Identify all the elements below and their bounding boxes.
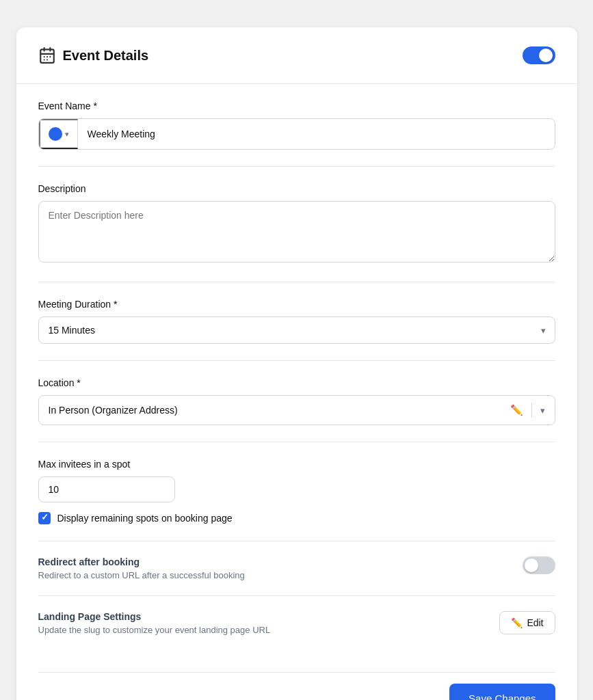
redirect-description: Redirect to a custom URL after a success…: [38, 570, 245, 580]
color-dot: [49, 127, 62, 141]
edit-pencil-icon: ✏️: [511, 617, 523, 628]
location-section: Location * In Person (Organizer Address)…: [38, 360, 555, 442]
landing-page-section: Landing Page Settings Update the slug to…: [38, 595, 555, 650]
meeting-duration-label: Meeting Duration *: [38, 299, 555, 310]
description-label: Description: [38, 183, 555, 194]
max-invitees-section: Max invitees in a spot Display remaining…: [38, 442, 555, 541]
duration-select-wrapper: 15 Minutes 30 Minutes 45 Minutes 60 Minu…: [38, 317, 555, 344]
description-section: Description: [38, 166, 555, 282]
location-row: In Person (Organizer Address) ✏️ ▾: [38, 395, 555, 425]
landing-description: Update the slug to customize your event …: [38, 625, 271, 635]
event-name-input[interactable]: [78, 122, 555, 146]
card-header: Event Details: [38, 46, 555, 64]
display-spots-row: Display remaining spots on booking page: [38, 512, 555, 524]
landing-page-edit-button[interactable]: ✏️ Edit: [499, 611, 555, 634]
page-title: Event Details: [63, 48, 149, 64]
display-spots-label: Display remaining spots on booking page: [57, 513, 233, 524]
location-actions: ✏️ ▾: [510, 403, 545, 417]
event-details-card: Event Details Event Name * ▾: [16, 27, 577, 700]
redirect-header: Redirect after booking Redirect to a cus…: [38, 556, 555, 580]
color-picker-button[interactable]: ▾: [39, 119, 78, 149]
color-chevron-icon: ▾: [65, 130, 69, 139]
location-label: Location *: [38, 377, 555, 388]
form-footer: Save Changes: [38, 672, 555, 700]
edit-button-label: Edit: [527, 617, 543, 628]
location-divider: [531, 403, 532, 417]
display-spots-checkbox[interactable]: [38, 512, 51, 524]
meeting-duration-section: Meeting Duration * 15 Minutes 30 Minutes…: [38, 282, 555, 360]
landing-title: Landing Page Settings: [38, 611, 271, 622]
max-invitees-input[interactable]: [38, 476, 175, 502]
redirect-text: Redirect after booking Redirect to a cus…: [38, 556, 245, 580]
save-changes-button[interactable]: Save Changes: [449, 684, 555, 700]
description-textarea[interactable]: [38, 201, 555, 262]
landing-header: Landing Page Settings Update the slug to…: [38, 611, 555, 635]
redirect-section: Redirect after booking Redirect to a cus…: [38, 541, 555, 595]
duration-select[interactable]: 15 Minutes 30 Minutes 45 Minutes 60 Minu…: [38, 317, 555, 344]
landing-text: Landing Page Settings Update the slug to…: [38, 611, 271, 635]
event-enabled-toggle[interactable]: [523, 46, 555, 64]
event-name-row: ▾: [38, 118, 555, 150]
event-name-label: Event Name *: [38, 100, 555, 111]
max-invitees-label: Max invitees in a spot: [38, 459, 555, 470]
header-left: Event Details: [38, 46, 149, 64]
location-edit-icon[interactable]: ✏️: [510, 404, 523, 416]
event-name-section: Event Name * ▾: [38, 84, 555, 166]
redirect-toggle[interactable]: [523, 556, 555, 574]
location-value: In Person (Organizer Address): [49, 405, 510, 416]
location-chevron-icon[interactable]: ▾: [540, 405, 545, 416]
calendar-icon: [38, 46, 56, 64]
redirect-title: Redirect after booking: [38, 556, 245, 567]
